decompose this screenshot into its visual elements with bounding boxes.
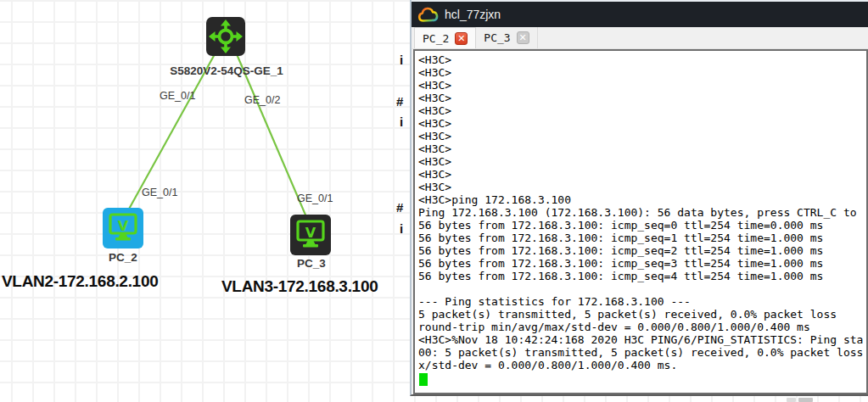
port-label-pc2-ge01: GE_0/1	[142, 187, 177, 198]
clipped-canvas-glyph: i	[400, 221, 403, 236]
tab-pc3[interactable]: PC_3 ✕	[476, 27, 537, 48]
terminal-cursor	[419, 373, 428, 386]
node-pc3[interactable]: V	[290, 215, 331, 255]
clipped-canvas-glyph: i	[400, 114, 403, 129]
horizontal-scrollbar-thumb[interactable]	[787, 398, 796, 402]
pc3-vlan-caption: VLAN3-172.168.3.100	[221, 277, 378, 296]
node-pc2[interactable]: V	[103, 208, 143, 248]
terminal-console[interactable]: <H3C> <H3C> <H3C> <H3C> <H3C> <H3C> <H3C…	[413, 49, 868, 394]
console-tabbar: PC_2 ✕ PC_3 ✕	[412, 27, 868, 49]
node-switch[interactable]	[206, 17, 245, 56]
pc3-label: PC_3	[297, 257, 326, 270]
pc-monitor-icon: V	[103, 208, 143, 248]
hcl-cloud-logo-icon	[417, 7, 440, 23]
close-tab-pc2-icon[interactable]: ✕	[455, 32, 468, 45]
window-title: hcl_77zjxn	[445, 8, 501, 21]
port-label-pc3-ge01: GE_0/1	[297, 193, 333, 204]
tab-pc2-label: PC_2	[423, 32, 449, 45]
tab-pc2[interactable]: PC_2 ✕	[414, 27, 476, 48]
horizontal-scrollbar-thumb[interactable]	[798, 398, 813, 402]
window-titlebar[interactable]: hcl_77zjxn	[412, 0, 868, 27]
port-label-switch-ge01: GE_0/1	[160, 90, 195, 102]
pc2-label: PC_2	[109, 251, 137, 264]
svg-text:V: V	[305, 225, 316, 241]
close-tab-pc3-icon[interactable]: ✕	[517, 31, 529, 44]
pc-monitor-icon: V	[290, 215, 331, 255]
clipped-canvas-glyph: #	[396, 200, 403, 215]
console-window: hcl_77zjxn PC_2 ✕ PC_3 ✕ <H3C> <H3C> <H3…	[410, 0, 868, 396]
svg-text:V: V	[118, 218, 129, 234]
tab-pc3-label: PC_3	[484, 31, 510, 44]
clipped-canvas-glyph: #	[396, 94, 403, 109]
switch-label: S5820V2-54QS-GE_1	[170, 64, 283, 77]
port-label-switch-ge02: GE_0/2	[244, 94, 280, 106]
pc2-vlan-caption: VLAN2-172.168.2.100	[2, 272, 158, 291]
clipped-canvas-glyph: i	[400, 53, 403, 67]
terminal-output: <H3C> <H3C> <H3C> <H3C> <H3C> <H3C> <H3C…	[415, 51, 866, 371]
switch-icon	[206, 17, 245, 56]
